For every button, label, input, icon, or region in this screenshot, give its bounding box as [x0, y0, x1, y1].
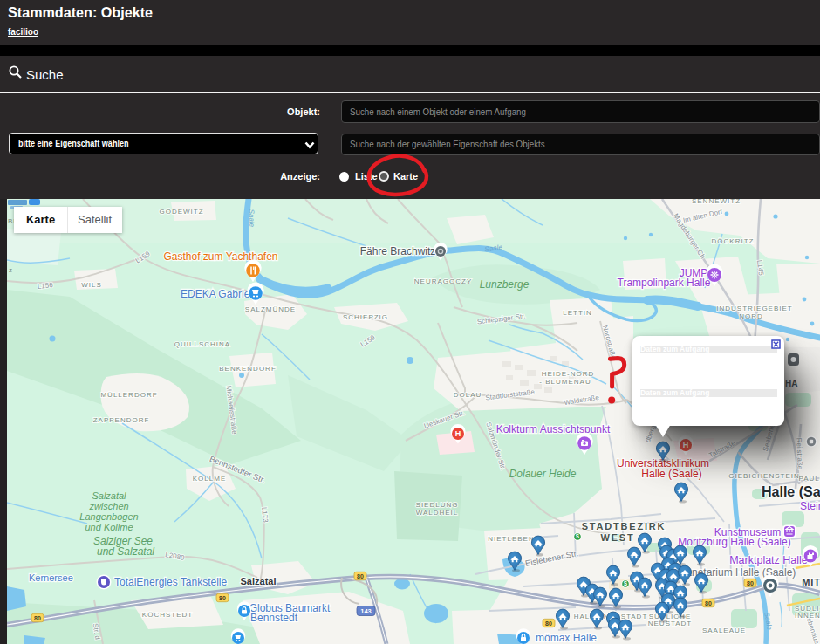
- svg-text:HEIDE-NORD: HEIDE-NORD: [542, 370, 595, 378]
- svg-text:SCHIEPZIG: SCHIEPZIG: [343, 313, 388, 321]
- svg-text:80: 80: [34, 615, 41, 621]
- svg-text:S: S: [576, 533, 580, 539]
- svg-text:DÖCKRITZ: DÖCKRITZ: [712, 237, 755, 245]
- svg-text:WALDHEIL: WALDHEIL: [416, 509, 459, 517]
- svg-text:DOLAU: DOLAU: [454, 391, 482, 399]
- svg-text:LETTIN: LETTIN: [563, 309, 592, 317]
- svg-text:Kernersee: Kernersee: [29, 572, 73, 583]
- svg-text:INDUSTRIEGEBIET: INDUSTRIEGEBIET: [716, 305, 792, 312]
- svg-text:zwischen: zwischen: [88, 501, 128, 511]
- svg-text:80: 80: [357, 573, 364, 579]
- svg-text:Fähre Brachwitz: Fähre Brachwitz: [360, 245, 436, 257]
- svg-text:ZAPPENDORF: ZAPPENDORF: [93, 416, 150, 424]
- svg-text:SENNEWITZ: SENNEWITZ: [692, 199, 741, 205]
- svg-text:MÜLLERDORF: MÜLLERDORF: [100, 391, 157, 399]
- svg-text:Marktplatz Halle: Marktplatz Halle: [729, 554, 808, 566]
- svg-text:Halle (Saale): Halle (Saale): [641, 468, 701, 480]
- svg-text:Halle (Saa: Halle (Saa: [762, 484, 820, 499]
- svg-text:WEST: WEST: [601, 532, 635, 543]
- svg-text:SAALEAUE: SAALEAUE: [702, 627, 746, 634]
- svg-text:Trampolinpark Halle: Trampolinpark Halle: [618, 277, 711, 289]
- svg-text:KÖCHSTEDT: KÖCHSTEDT: [142, 611, 193, 619]
- svg-text:TotalEnergies Tankstelle: TotalEnergies Tankstelle: [114, 576, 228, 588]
- svg-text:80: 80: [705, 600, 712, 606]
- svg-text:Dolauer Heide: Dolauer Heide: [509, 468, 577, 480]
- svg-text:QUILLSCHINA: QUILLSCHINA: [174, 340, 230, 348]
- svg-text:Langenbogen: Langenbogen: [79, 511, 138, 522]
- svg-text:mömax Halle: mömax Halle: [536, 632, 597, 644]
- svg-text:Gasthof zum Yachthafen: Gasthof zum Yachthafen: [164, 250, 278, 263]
- svg-text:- BLUMENAU: - BLUMENAU: [539, 378, 591, 386]
- svg-text:NORD: NORD: [739, 312, 763, 320]
- svg-text:H: H: [683, 441, 689, 449]
- svg-text:PAULU: PAULU: [798, 475, 820, 483]
- svg-text:Salzatal: Salzatal: [241, 576, 277, 586]
- svg-text:EDEKA Gabriel: EDEKA Gabriel: [181, 288, 252, 300]
- svg-text:Lunzberge: Lunzberge: [480, 278, 530, 291]
- svg-text:SALZMÜNDE: SALZMÜNDE: [245, 305, 296, 313]
- svg-text:143: 143: [360, 607, 372, 615]
- svg-text:Steint: Steint: [800, 500, 820, 512]
- svg-text:SIEDLUNG: SIEDLUNG: [416, 501, 459, 509]
- svg-text:BENKENDORF: BENKENDORF: [219, 365, 277, 373]
- svg-text:und Salzatal: und Salzatal: [97, 545, 154, 558]
- svg-text:Bennstedt: Bennstedt: [250, 612, 298, 624]
- svg-text:INNENSTA: INNENSTA: [795, 612, 820, 620]
- svg-text:Salzatal: Salzatal: [92, 490, 126, 501]
- svg-text:Saale: Saale: [248, 209, 256, 228]
- svg-text:L156: L156: [37, 281, 53, 291]
- svg-text:GÖDEWITZ: GÖDEWITZ: [159, 208, 203, 216]
- svg-text:S: S: [624, 580, 628, 586]
- svg-text:GIEBICHENSTEIN: GIEBICHENSTEIN: [728, 472, 800, 480]
- svg-text:Reilstraße: Reilstraße: [795, 438, 803, 470]
- svg-text:L173: L173: [260, 507, 270, 524]
- svg-text:und Köllme: und Köllme: [85, 522, 133, 532]
- svg-text:STADTBEZIRK: STADTBEZIRK: [582, 521, 666, 531]
- svg-text:NEURAGOCZY: NEURAGOCZY: [414, 277, 472, 285]
- svg-text:MIT: MIT: [802, 577, 820, 587]
- svg-text:HA: HA: [785, 379, 797, 388]
- svg-text:80: 80: [545, 620, 552, 627]
- svg-text:z: z: [9, 266, 12, 274]
- svg-text:Kolkturm Aussichtspunkt: Kolkturm Aussichtspunkt: [496, 423, 611, 435]
- svg-text:Moritzburg Halle (Saale): Moritzburg Halle (Saale): [678, 536, 790, 548]
- svg-text:80: 80: [747, 580, 754, 586]
- svg-text:NEUSTADT: NEUSTADT: [648, 620, 693, 627]
- svg-text:KÖLLME: KÖLLME: [193, 475, 226, 483]
- svg-text:WILS: WILS: [81, 281, 102, 289]
- svg-text:NIETLEBEN: NIETLEBEN: [488, 535, 534, 543]
- svg-text:80: 80: [219, 595, 226, 601]
- svg-text:Planetarium Halle (Saale): Planetarium Halle (Saale): [677, 566, 796, 579]
- svg-text:H: H: [455, 429, 461, 438]
